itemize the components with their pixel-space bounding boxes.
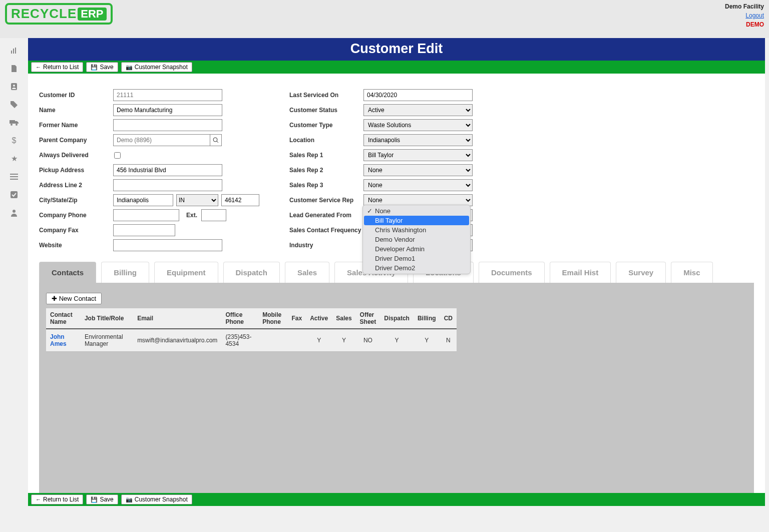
ext-label: Ext. bbox=[186, 212, 197, 219]
company-phone-input[interactable] bbox=[113, 209, 179, 221]
svg-point-7 bbox=[16, 124, 18, 126]
ext-input[interactable] bbox=[201, 209, 226, 221]
city-state-zip-label: City/State/Zip bbox=[39, 197, 113, 204]
svg-point-12 bbox=[13, 210, 16, 213]
contact-role-cell: Environmental Manager bbox=[81, 329, 133, 352]
camera-icon: 📷 bbox=[126, 64, 133, 71]
svg-rect-1 bbox=[13, 49, 14, 54]
company-fax-input[interactable] bbox=[113, 224, 175, 236]
website-input[interactable] bbox=[113, 239, 222, 251]
parent-company-input[interactable] bbox=[113, 134, 210, 146]
tab-misc[interactable]: Misc bbox=[671, 262, 712, 283]
parent-company-search-button[interactable] bbox=[210, 134, 222, 146]
csr-option-driver-demo1[interactable]: Driver Demo1 bbox=[364, 254, 469, 263]
csr-option-bill-taylor[interactable]: Bill Taylor bbox=[364, 216, 469, 225]
tab-documents[interactable]: Documents bbox=[479, 262, 545, 283]
contact-cd-cell: N bbox=[440, 329, 457, 352]
nav-list-icon[interactable] bbox=[5, 168, 23, 185]
name-label: Name bbox=[39, 107, 113, 114]
snapshot-button-bottom[interactable]: 📷Customer Snapshot bbox=[121, 494, 192, 504]
header-right: Demo Facility Logout DEMO bbox=[725, 3, 764, 28]
tab-contacts[interactable]: Contacts bbox=[39, 262, 96, 283]
new-contact-label: New Contact bbox=[59, 295, 96, 302]
save-icon: 💾 bbox=[91, 64, 98, 71]
tab-billing[interactable]: Billing bbox=[101, 262, 149, 283]
csr-option-driver-demo2[interactable]: Driver Demo2 bbox=[364, 263, 469, 273]
arrow-left-icon: ← bbox=[36, 496, 41, 502]
col-mobile-phone: Mobile Phone bbox=[258, 308, 287, 329]
tab-dispatch[interactable]: Dispatch bbox=[223, 262, 280, 283]
nav-dashboard-icon[interactable] bbox=[5, 42, 23, 59]
table-row[interactable]: John Ames Environmental Manager mswift@i… bbox=[46, 329, 457, 352]
svg-rect-11 bbox=[11, 191, 18, 198]
tab-sales[interactable]: Sales bbox=[285, 262, 329, 283]
nav-tag-icon[interactable] bbox=[5, 96, 23, 113]
company-fax-label: Company Fax bbox=[39, 227, 113, 234]
form-col-left: Customer ID Name Former Name Parent Comp… bbox=[39, 88, 289, 253]
return-label-bottom: Return to List bbox=[43, 496, 79, 503]
name-input[interactable] bbox=[113, 104, 222, 116]
sales-rep-2-select[interactable]: None bbox=[363, 164, 473, 176]
customer-id-input bbox=[113, 89, 222, 101]
sales-rep-3-select[interactable]: None bbox=[363, 179, 473, 191]
col-sales: Sales bbox=[332, 308, 355, 329]
tab-equipment[interactable]: Equipment bbox=[154, 262, 218, 283]
sales-rep-1-select[interactable]: Bill Taylor bbox=[363, 149, 473, 161]
industry-label: Industry bbox=[289, 242, 363, 249]
csr-option-none[interactable]: None bbox=[364, 206, 469, 216]
new-contact-button[interactable]: ✚ New Contact bbox=[46, 293, 102, 304]
contact-office-cell: (235)453-4534 bbox=[221, 329, 258, 352]
contact-name-cell[interactable]: John Ames bbox=[46, 329, 81, 352]
logout-link[interactable]: Logout bbox=[725, 12, 764, 19]
action-bar-top: ←Return to List 💾Save 📷Customer Snapshot bbox=[28, 61, 765, 74]
nav-truck-icon[interactable] bbox=[5, 114, 23, 131]
sales-rep-1-label: Sales Rep 1 bbox=[289, 152, 363, 159]
save-button[interactable]: 💾Save bbox=[86, 62, 118, 72]
pickup-address-input[interactable] bbox=[113, 164, 222, 176]
former-name-label: Former Name bbox=[39, 122, 113, 129]
city-input[interactable] bbox=[113, 194, 173, 206]
return-button[interactable]: ←Return to List bbox=[31, 62, 83, 72]
tab-survey[interactable]: Survey bbox=[616, 262, 666, 283]
save-button-bottom[interactable]: 💾Save bbox=[86, 494, 118, 504]
state-select[interactable]: IN bbox=[176, 194, 218, 206]
contact-mobile-cell bbox=[258, 329, 287, 352]
logo-text-2: ERP bbox=[78, 8, 106, 21]
csr-option-chris-washington[interactable]: Chris Washington bbox=[364, 225, 469, 235]
nav-dollar-icon[interactable]: $ bbox=[5, 132, 23, 149]
nav-person-icon[interactable] bbox=[5, 204, 23, 221]
customer-status-select[interactable]: Active bbox=[363, 104, 473, 116]
last-serviced-input[interactable] bbox=[363, 89, 473, 101]
svg-rect-2 bbox=[15, 48, 16, 54]
always-delivered-label: Always Delivered bbox=[39, 152, 113, 159]
snapshot-button[interactable]: 📷Customer Snapshot bbox=[121, 62, 192, 72]
tab-email-hist[interactable]: Email Hist bbox=[550, 262, 611, 283]
customer-type-select[interactable]: Waste Solutions bbox=[363, 119, 473, 131]
svg-rect-9 bbox=[10, 176, 18, 177]
col-fax: Fax bbox=[288, 308, 306, 329]
csr-dropdown-open[interactable]: None Bill Taylor Chris Washington Demo V… bbox=[362, 205, 471, 274]
col-billing: Billing bbox=[414, 308, 440, 329]
col-cd: CD bbox=[440, 308, 457, 329]
nav-file-icon[interactable] bbox=[5, 60, 23, 77]
svg-line-14 bbox=[217, 141, 218, 143]
tab-body: ✚ New Contact Contact Name Job Title/Rol… bbox=[39, 283, 754, 493]
nav-star-icon[interactable]: ★ bbox=[5, 150, 23, 167]
csr-option-developer-admin[interactable]: Developer Admin bbox=[364, 244, 469, 254]
camera-icon: 📷 bbox=[126, 496, 133, 503]
csr-option-demo-vendor[interactable]: Demo Vendor bbox=[364, 235, 469, 244]
nav-user-icon[interactable] bbox=[5, 78, 23, 95]
contact-offer-cell: NO bbox=[356, 329, 380, 352]
nav-check-icon[interactable] bbox=[5, 186, 23, 203]
always-delivered-checkbox[interactable] bbox=[114, 152, 121, 159]
former-name-input[interactable] bbox=[113, 119, 222, 131]
parent-company-label: Parent Company bbox=[39, 137, 113, 144]
location-select[interactable]: Indianapolis bbox=[363, 134, 473, 146]
return-button-bottom[interactable]: ←Return to List bbox=[31, 494, 83, 504]
zip-input[interactable] bbox=[221, 194, 259, 206]
address2-input[interactable] bbox=[113, 179, 222, 191]
page-title: Customer Edit bbox=[28, 38, 765, 61]
svg-point-13 bbox=[213, 138, 217, 142]
website-label: Website bbox=[39, 242, 113, 249]
col-active: Active bbox=[306, 308, 332, 329]
